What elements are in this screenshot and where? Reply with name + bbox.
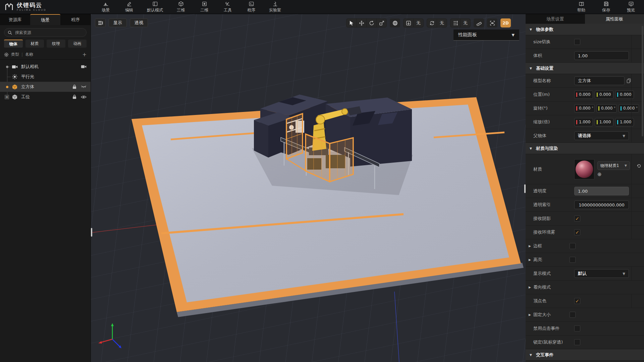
chevron-down-icon: ▼ [625,164,627,167]
menu-3d[interactable]: 三维 [175,1,186,13]
section-basic-settings[interactable]: ▼ 基础设置 [526,63,644,74]
chevron-right-icon[interactable]: ▶ [529,258,533,261]
chevron-right-icon[interactable]: ▶ [529,244,533,248]
globe-gizmo-toggle[interactable] [390,18,400,27]
tree-item-directional-light[interactable]: 平行光 [0,72,91,82]
video-camera-icon[interactable] [81,65,87,69]
main-menu: 场景 编辑 默认模式 三维 二维 工具 程序 实验室 [100,1,281,13]
properties-body: ▼ 物体参数 size切换 体积 ▼ 基础设置 模型名称 位置(m) [526,24,644,362]
asset-tab-textures[interactable]: 纹理 [47,40,65,48]
search-box[interactable] [4,28,87,37]
material-select[interactable]: 物理材质1 ▼ [597,161,630,170]
left-panel-resize-handle[interactable] [91,228,92,237]
row-model-name: 模型名称 [526,74,644,88]
row-alpha-index: 透明索引 [526,198,644,212]
parent-object-select[interactable]: 请选择 ▼ [574,131,629,140]
lock-mouse-checkbox[interactable] [574,339,580,345]
section-object-params[interactable]: ▼ 物体参数 [526,24,644,35]
menu-edit[interactable]: 编辑 [123,1,135,13]
logo-icon [5,3,13,11]
row-opacity: 透明度 [526,184,644,198]
tab-scene[interactable]: 场景 [30,14,60,25]
lock-icon[interactable] [72,84,76,89]
viewport-3d[interactable]: 显示 透视 无 [91,14,526,362]
perspective-button[interactable]: 透视 [130,18,148,27]
scene-canvas[interactable] [91,14,526,362]
opacity-input[interactable] [574,187,629,195]
copy-icon[interactable] [627,78,631,83]
size-toggle-checkbox[interactable] [574,39,580,45]
menu-lab[interactable]: 实验室 [269,1,281,13]
eye-closed-icon[interactable] [81,85,87,88]
rotate-tool[interactable] [367,19,376,27]
gear-icon[interactable] [4,52,9,57]
section-material-render[interactable]: ▼ 材质与渲染 [526,143,644,154]
mode-2d-toggle[interactable]: 2D [500,18,511,27]
border-checkbox[interactable] [570,243,576,249]
alpha-index-input[interactable] [574,200,629,209]
highlight-checkbox[interactable] [570,257,576,263]
move-tool[interactable] [357,19,366,27]
expand-toggle[interactable]: + [5,95,9,99]
model-name-input[interactable] [574,76,625,85]
eye-open-icon[interactable] [81,95,87,99]
receive-fog-checkbox[interactable]: ✓ [574,229,580,235]
tree-item-default-camera[interactable]: 默认相机 [0,62,91,72]
tab-scene-settings[interactable]: 场景设置 [526,14,585,24]
add-object-button[interactable]: + [82,52,87,58]
display-mode-select[interactable]: 默认 ▼ [574,269,629,278]
preview-button[interactable]: 预览 [625,1,637,13]
fixed-size-checkbox[interactable] [570,312,576,318]
row-fixed-size: ▶ 固定大小 [526,308,644,322]
rotate-snap-icon[interactable] [427,19,437,27]
focus-view-tool[interactable] [487,18,497,27]
save-button[interactable]: 保存 [600,1,612,13]
asset-tab-objects[interactable]: 物体 [4,40,23,48]
search-icon [8,31,12,35]
menu-scene[interactable]: 场景 [100,1,111,13]
search-input[interactable] [15,30,83,35]
measure-tool[interactable] [474,18,484,27]
menu-tools[interactable]: 工具 [222,1,233,13]
material-preview[interactable] [574,159,594,179]
refresh-icon[interactable] [637,164,641,168]
help-button[interactable]: 帮助 [576,1,587,13]
move-snap-icon[interactable] [450,19,460,27]
tree-item-workstation[interactable]: + 工位 [0,92,91,102]
performance-panel-dropdown[interactable]: 性能面板 ▼ [453,29,519,41]
right-panel-scrollbar[interactable] [642,26,643,136]
tab-resource-library[interactable]: 资源库 [0,14,30,25]
section-interaction-events[interactable]: ▼ 交互事件 [526,349,644,361]
menu-default-mode[interactable]: 默认模式 [147,1,163,13]
header-type[interactable]: 类型 [11,52,19,57]
menu-program[interactable]: 程序 [246,1,257,13]
cube-gray-icon [11,94,18,100]
header-name[interactable]: 名称 [25,52,33,57]
lock-icon[interactable] [72,95,76,99]
menu-2d[interactable]: 二维 [199,1,210,13]
rotate-snap-value[interactable]: 无 [437,19,447,27]
scale-snap-icon[interactable] [404,19,413,27]
transform-tools [346,18,387,27]
tab-properties-panel[interactable]: 属性面板 [585,14,644,24]
rotate-snap-group: 无 [427,18,447,27]
tree-item-cube[interactable]: 立方体 [0,82,91,92]
row-disable-click: 禁用点击事件 [526,322,644,336]
chevron-right-icon[interactable]: ▶ [529,286,533,289]
disable-click-checkbox[interactable] [574,325,580,331]
volume-input[interactable] [574,51,629,60]
scale-snap-value[interactable]: 无 [414,19,423,27]
receive-shadow-checkbox[interactable]: ✓ [574,216,580,222]
asset-tab-materials[interactable]: 材质 [25,40,44,48]
viewport-menu-button[interactable] [95,18,106,27]
move-snap-value[interactable]: 无 [461,19,470,27]
select-tool[interactable] [346,19,356,27]
add-material-button[interactable]: ⊕ [597,172,630,177]
scale-tool[interactable] [377,19,386,27]
display-button[interactable]: 显示 [109,18,127,27]
vertex-color-checkbox[interactable]: ✓ [574,298,580,304]
asset-tab-animations[interactable]: 动画 [68,40,87,48]
tab-program[interactable]: 程序 [60,14,91,25]
chevron-right-icon[interactable]: ▶ [529,313,533,316]
row-rotation: 旋转(°) ° ° ° [526,102,644,115]
